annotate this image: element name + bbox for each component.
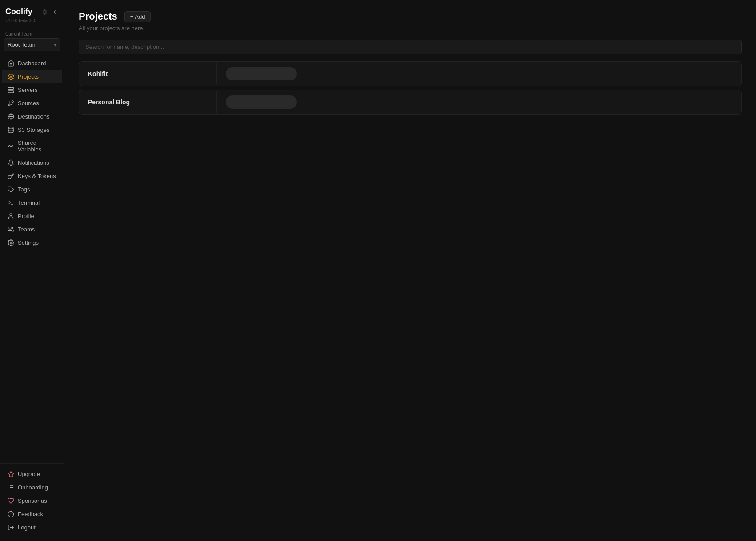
svg-line-8 bbox=[47, 10, 47, 10]
sidebar-item-sources[interactable]: Sources bbox=[2, 96, 62, 110]
users-icon bbox=[7, 226, 14, 233]
key-icon bbox=[7, 172, 14, 179]
nav-label-settings: Settings bbox=[18, 239, 39, 246]
nav-label-terminal: Terminal bbox=[18, 199, 40, 206]
upgrade-icon bbox=[7, 470, 14, 477]
sidebar-item-destinations[interactable]: Destinations bbox=[2, 110, 62, 123]
theme-toggle-button[interactable] bbox=[41, 8, 49, 16]
sidebar-item-servers[interactable]: Servers bbox=[2, 83, 62, 96]
svg-point-16 bbox=[8, 104, 10, 106]
sidebar-item-sponsor[interactable]: Sponsor us bbox=[2, 494, 62, 507]
sidebar: Coolify v4.0.0-beta.360 Cu bbox=[0, 0, 64, 541]
nav-label-upgrade: Upgrade bbox=[18, 471, 40, 477]
page-subtitle: All your projects are here. bbox=[79, 25, 742, 32]
project-action-skeleton bbox=[226, 67, 297, 80]
nav-label-shared-variables: Shared Variables bbox=[18, 139, 57, 153]
sidebar-item-feedback[interactable]: Feedback bbox=[2, 507, 62, 521]
nav-label-feedback: Feedback bbox=[18, 511, 43, 517]
nav-label-projects: Projects bbox=[18, 73, 39, 80]
nav-label-logout: Logout bbox=[18, 524, 36, 531]
nav-label-notifications: Notifications bbox=[18, 159, 49, 166]
feedback-icon bbox=[7, 510, 14, 517]
nav-label-profile: Profile bbox=[18, 213, 34, 219]
svg-point-21 bbox=[11, 145, 13, 147]
home-icon bbox=[7, 60, 14, 67]
bell-icon bbox=[7, 159, 14, 166]
page-header: Projects + Add bbox=[79, 11, 742, 22]
database-icon bbox=[7, 126, 14, 133]
sidebar-item-logout[interactable]: Logout bbox=[2, 521, 62, 534]
sidebar-nav: Dashboard Projects Servers Sources Desti… bbox=[0, 55, 64, 463]
sidebar-item-projects[interactable]: Projects bbox=[2, 70, 62, 83]
svg-point-26 bbox=[9, 227, 11, 229]
page-title: Projects bbox=[79, 11, 117, 22]
sidebar-item-s3-storages[interactable]: S3 Storages bbox=[2, 123, 62, 136]
svg-point-19 bbox=[8, 127, 13, 129]
main-content: Projects + Add All your projects are her… bbox=[64, 0, 756, 541]
chevron-left-icon bbox=[52, 9, 58, 15]
logout-icon bbox=[7, 524, 14, 531]
svg-line-4 bbox=[47, 13, 47, 14]
sidebar-item-settings[interactable]: Settings bbox=[2, 236, 62, 249]
sidebar-bottom: Upgrade Onboarding Sponsor us Feedback L… bbox=[0, 463, 64, 537]
svg-point-27 bbox=[10, 242, 12, 243]
project-actions bbox=[217, 90, 741, 114]
brand-controls bbox=[41, 8, 59, 16]
nav-label-servers: Servers bbox=[18, 87, 38, 93]
nav-label-sources: Sources bbox=[18, 100, 39, 107]
brand-row: Coolify bbox=[5, 7, 59, 16]
nav-label-s3-storages: S3 Storages bbox=[18, 127, 50, 133]
sun-icon bbox=[42, 9, 48, 15]
project-row[interactable]: Kohifit bbox=[79, 61, 742, 86]
project-action-skeleton bbox=[226, 95, 297, 109]
current-team-label: Current Team bbox=[0, 32, 64, 36]
user-icon bbox=[7, 212, 14, 219]
sidebar-item-notifications[interactable]: Notifications bbox=[2, 156, 62, 169]
sidebar-item-teams[interactable]: Teams bbox=[2, 223, 62, 236]
search-input[interactable] bbox=[79, 40, 742, 54]
sidebar-item-onboarding[interactable]: Onboarding bbox=[2, 481, 62, 494]
nav-label-sponsor: Sponsor us bbox=[18, 497, 47, 504]
team-selector-text: Root Team bbox=[8, 41, 36, 48]
tag-icon bbox=[7, 186, 14, 193]
sidebar-header: Coolify v4.0.0-beta.360 bbox=[0, 0, 64, 27]
server-icon bbox=[7, 86, 14, 93]
layers-icon bbox=[7, 73, 14, 80]
svg-rect-11 bbox=[8, 90, 14, 92]
sidebar-item-shared-variables[interactable]: Shared Variables bbox=[2, 136, 62, 156]
project-row[interactable]: Personal Blog bbox=[79, 90, 742, 115]
destination-icon bbox=[7, 113, 14, 120]
settings-icon bbox=[7, 239, 14, 246]
svg-point-20 bbox=[8, 145, 10, 147]
svg-point-0 bbox=[44, 11, 46, 13]
terminal-icon bbox=[7, 199, 14, 206]
brand-name: Coolify bbox=[5, 7, 32, 16]
heart-icon bbox=[7, 497, 14, 504]
chevron-down-icon: ▾ bbox=[54, 42, 56, 48]
nav-label-onboarding: Onboarding bbox=[18, 484, 48, 491]
team-selector[interactable]: Root Team ▾ bbox=[4, 38, 60, 51]
nav-label-destinations: Destinations bbox=[18, 113, 50, 120]
projects-list: Kohifit Personal Blog bbox=[79, 61, 742, 115]
project-name: Kohifit bbox=[79, 63, 217, 84]
variable-icon bbox=[7, 143, 14, 150]
svg-line-7 bbox=[43, 13, 43, 14]
svg-point-15 bbox=[12, 100, 13, 102]
svg-rect-10 bbox=[8, 87, 14, 89]
project-name: Personal Blog bbox=[79, 91, 217, 113]
svg-point-25 bbox=[10, 213, 12, 215]
add-project-button[interactable]: + Add bbox=[124, 11, 151, 22]
nav-label-tags: Tags bbox=[18, 186, 30, 193]
sidebar-item-dashboard[interactable]: Dashboard bbox=[2, 56, 62, 70]
brand-version: v4.0.0-beta.360 bbox=[5, 18, 59, 23]
sidebar-item-tags[interactable]: Tags bbox=[2, 183, 62, 196]
nav-label-dashboard: Dashboard bbox=[18, 60, 46, 67]
svg-marker-9 bbox=[8, 74, 14, 76]
collapse-sidebar-button[interactable] bbox=[51, 8, 59, 16]
sidebar-item-upgrade[interactable]: Upgrade bbox=[2, 467, 62, 481]
sidebar-item-terminal[interactable]: Terminal bbox=[2, 196, 62, 209]
nav-label-teams: Teams bbox=[18, 226, 35, 233]
svg-line-3 bbox=[43, 10, 43, 10]
sidebar-item-profile[interactable]: Profile bbox=[2, 209, 62, 223]
sidebar-item-keys-tokens[interactable]: Keys & Tokens bbox=[2, 169, 62, 183]
